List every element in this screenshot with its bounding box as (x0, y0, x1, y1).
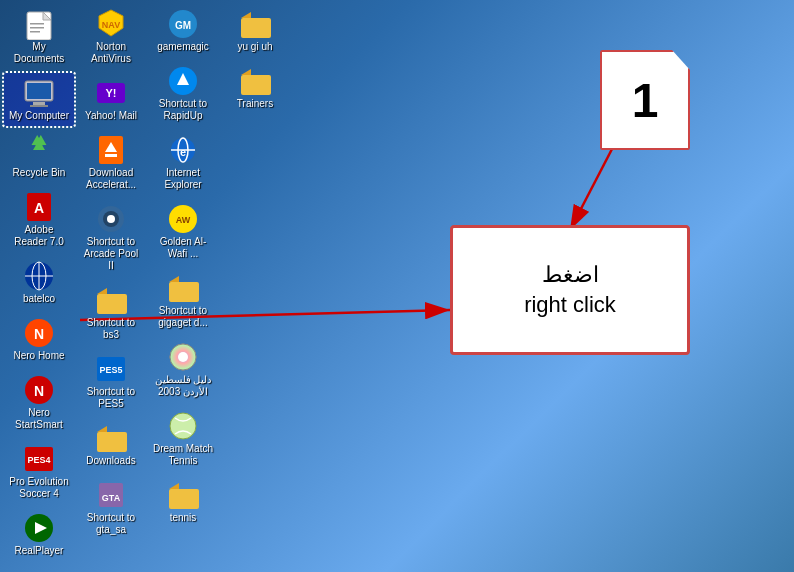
icon-shortcut-arcade[interactable]: Shortcut to Arcade Pool II (76, 199, 146, 276)
tennis-icon (167, 479, 199, 511)
shortcut-bs3-label: Shortcut to bs3 (80, 317, 142, 341)
svg-text:N: N (34, 383, 44, 399)
svg-rect-10 (33, 102, 45, 105)
shortcut-gta-sa-label: Shortcut to gta_sa (80, 512, 142, 536)
annotation-english-text: right click (524, 292, 616, 318)
batelco-icon (23, 260, 55, 292)
icon-nero-start-smart[interactable]: N Nero StartSmart (4, 370, 74, 435)
yu-gi-uh-icon (239, 8, 271, 40)
icon-golden-al-wafi[interactable]: AW Golden Al-Wafi ... (148, 199, 218, 264)
svg-rect-6 (30, 27, 44, 29)
norton-antivirus-icon: NAV (95, 8, 127, 40)
icon-nero-home[interactable]: N Nero Home (4, 313, 74, 366)
shortcut-rapidup-icon (167, 65, 199, 97)
svg-rect-56 (169, 282, 199, 302)
realplayer-icon (23, 512, 55, 544)
number-card-value: 1 (632, 73, 659, 128)
svg-rect-11 (30, 105, 48, 107)
yahoo-mail-label: Yahoo! Mail (85, 110, 137, 122)
icon-recycle-bin[interactable]: Recycle Bin (4, 130, 74, 183)
svg-text:e: e (180, 146, 186, 158)
recycle-bin-label: Recycle Bin (13, 167, 66, 179)
icon-shortcut-rapidup[interactable]: Shortcut to RapidUp (148, 61, 218, 126)
shortcut-gigaget-icon (167, 272, 199, 304)
annotation-box: اضغط right click (450, 225, 690, 355)
yu-gi-uh-label: yu gi uh (237, 41, 272, 53)
icon-download-accelerator[interactable]: Download Accelerat... (76, 130, 146, 195)
icon-pro-evo-4[interactable]: PES4 Pro Evolution Soccer 4 (4, 439, 74, 504)
shortcut-gta-sa-icon: GTA (95, 479, 127, 511)
my-documents-icon (23, 8, 55, 40)
svg-rect-38 (97, 294, 127, 314)
my-documents-label: My Documents (8, 41, 70, 65)
icon-shortcut-gta-sa[interactable]: GTA Shortcut to gta_sa (76, 475, 146, 540)
svg-text:PES5: PES5 (99, 365, 122, 375)
shortcut-gigaget-label: Shortcut to gigaget d... (152, 305, 214, 329)
trainers-icon (239, 65, 271, 97)
icon-dream-match-tennis[interactable]: Dream Match Tennis (148, 406, 218, 471)
adobe-reader-label: Adobe Reader 7.0 (8, 224, 70, 248)
nero-start-smart-icon: N (23, 374, 55, 406)
svg-text:A: A (34, 200, 44, 216)
tennis-label: tennis (170, 512, 197, 524)
svg-rect-64 (241, 18, 271, 38)
icon-gamemagic[interactable]: GM gamemagic (148, 4, 218, 57)
icon-realplayer[interactable]: RealPlayer (4, 508, 74, 561)
svg-point-37 (107, 215, 115, 223)
icon-shortcut-gigaget[interactable]: Shortcut to gigaget d... (148, 268, 218, 333)
recycle-bin-icon (23, 134, 55, 166)
annotation-arabic-text: اضغط (542, 262, 599, 288)
svg-point-60 (178, 352, 188, 362)
desktop-area: My Documents My Computer Recycle Bin (0, 0, 288, 570)
icon-trainers[interactable]: Trainers (220, 61, 290, 114)
nero-home-icon: N (23, 317, 55, 349)
batelco-label: batelco (23, 293, 55, 305)
my-completed-downloads-label: Downloads (86, 455, 135, 467)
svg-rect-7 (30, 31, 40, 33)
nero-home-label: Nero Home (13, 350, 64, 362)
svg-text:GM: GM (175, 20, 191, 31)
svg-marker-65 (241, 12, 251, 18)
realplayer-label: RealPlayer (15, 545, 64, 557)
dream-match-tennis-icon (167, 410, 199, 442)
svg-marker-67 (241, 69, 251, 75)
norton-antivirus-label: Norton AntiVirus (80, 41, 142, 65)
icon-adobe-reader[interactable]: A Adobe Reader 7.0 (4, 187, 74, 252)
icon-yu-gi-uh[interactable]: yu gi uh (220, 4, 290, 57)
svg-marker-39 (97, 288, 107, 294)
yahoo-mail-icon: Y! (95, 77, 127, 109)
icon-tennis[interactable]: tennis (148, 475, 218, 528)
icon-shortcut-bs3[interactable]: Shortcut to bs3 (76, 280, 146, 345)
adobe-reader-icon: A (23, 191, 55, 223)
shortcut-bs3-icon (95, 284, 127, 316)
my-computer-icon (23, 77, 55, 109)
icon-batelco[interactable]: batelco (4, 256, 74, 309)
golden-al-wafi-icon: AW (167, 203, 199, 235)
shortcut-arcade-icon (95, 203, 127, 235)
icon-yahoo-mail[interactable]: Y! Yahoo! Mail (76, 73, 146, 126)
nero-start-smart-label: Nero StartSmart (8, 407, 70, 431)
my-computer-label: My Computer (9, 110, 69, 122)
svg-text:N: N (34, 326, 44, 342)
download-accelerator-icon (95, 134, 127, 166)
icon-daleel-2003[interactable]: دليل فلسطين الأردن 2003 (148, 337, 218, 402)
icon-my-computer[interactable]: My Computer (4, 73, 74, 126)
icon-internet-explorer[interactable]: e Internet Explorer (148, 130, 218, 195)
svg-marker-57 (169, 276, 179, 282)
icon-my-completed-downloads[interactable]: Downloads (76, 418, 146, 471)
internet-explorer-label: Internet Explorer (152, 167, 214, 191)
svg-marker-63 (169, 483, 179, 489)
icon-norton-antivirus[interactable]: NAV Norton AntiVirus (76, 4, 146, 69)
svg-rect-9 (27, 83, 51, 99)
daleel-2003-label: دليل فلسطين الأردن 2003 (152, 374, 214, 398)
download-accelerator-label: Download Accelerat... (80, 167, 142, 191)
svg-rect-34 (105, 154, 117, 157)
svg-text:PES4: PES4 (27, 455, 50, 465)
svg-text:Y!: Y! (106, 87, 117, 99)
svg-marker-43 (97, 426, 107, 432)
svg-point-61 (170, 413, 196, 439)
svg-rect-66 (241, 75, 271, 95)
icon-my-documents[interactable]: My Documents (4, 4, 74, 69)
icon-shortcut-pes5[interactable]: PES5 Shortcut to PES5 (76, 349, 146, 414)
svg-rect-62 (169, 489, 199, 509)
